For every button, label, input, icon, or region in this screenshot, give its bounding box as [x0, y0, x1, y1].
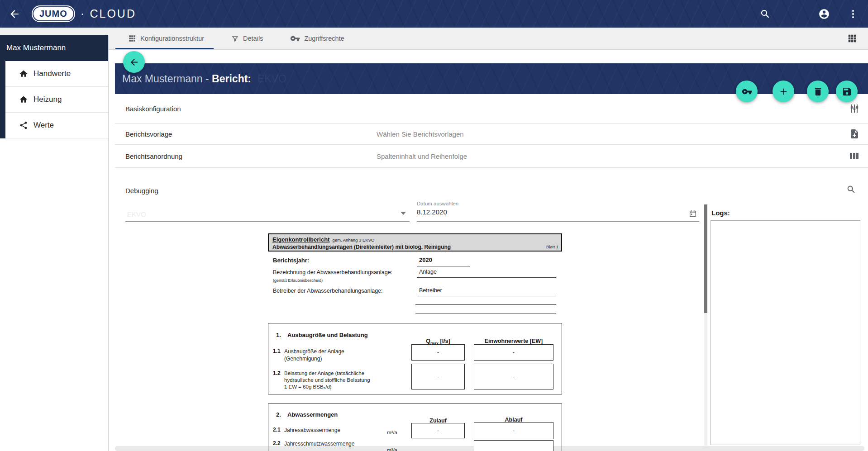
app-root: JUMO · CLOUD Konfigurationsstruktur [0, 0, 868, 451]
value-cell: - [474, 364, 553, 389]
value-cell: - [474, 344, 553, 361]
jumo-cloud-logo[interactable]: JUMO · CLOUD [33, 7, 136, 21]
row-text: Belastung der Anlage (tatsächliche hydra… [284, 370, 370, 390]
field-underline [417, 266, 470, 266]
kebab-menu-icon[interactable] [847, 8, 859, 20]
row-number: 1.2 [273, 370, 281, 376]
field-underline [417, 296, 556, 296]
document-section-1: 1. Ausbaugröße und Belastung Qmax [l/s] … [268, 323, 562, 394]
tab-details[interactable]: Details [231, 28, 263, 49]
date-picker-field[interactable]: Datum auswählen 8.12.2020 [417, 201, 699, 222]
logo-separator: · [81, 7, 85, 21]
field-year-value: 2020 [419, 256, 432, 263]
tabs: Konfigurationsstruktur Details Zugriffsr… [128, 28, 344, 49]
field-underline [417, 277, 556, 278]
row-number: 1.1 [273, 348, 281, 354]
section-number: 1. [276, 332, 281, 338]
field-operator-value: Betreiber [419, 287, 442, 294]
row-basiskonfiguration[interactable]: Basiskonfiguration [115, 94, 868, 123]
document-sheet-number: Blatt 1 [546, 244, 558, 249]
row-text-line: Ausbaugröße der Anlage [284, 348, 344, 355]
note-add-icon[interactable] [849, 128, 860, 139]
debugging-title: Debugging [125, 187, 158, 195]
report-type-select[interactable]: EKVO [125, 204, 410, 222]
section-number: 2. [276, 411, 281, 418]
field-name-value: Anlage [419, 269, 437, 275]
grid-icon[interactable] [847, 33, 857, 43]
view-column-icon[interactable] [849, 151, 860, 161]
row-text: Jahresabwassermenge [284, 427, 340, 434]
chevron-down-icon [401, 212, 406, 215]
arrow-left-icon [129, 57, 139, 67]
filter-icon [231, 35, 239, 43]
key-icon [290, 33, 300, 43]
document-subtitle: Abwasserbehandlungsanlagen (Direkteinlei… [272, 244, 558, 250]
account-icon[interactable] [818, 8, 830, 20]
date-value: 8.12.2020 [417, 208, 699, 216]
row-value: Spalteninhalt und Reihenfolge [377, 152, 467, 160]
tab-label: Details [243, 35, 263, 42]
row-number: 2.1 [273, 427, 281, 433]
row-text-line: (Genehmigung) [284, 355, 344, 362]
row-number: 2.2 [273, 440, 281, 446]
search-icon[interactable] [759, 8, 771, 20]
search-icon[interactable] [846, 185, 856, 195]
sidebar-item-label: Handwerte [33, 69, 71, 78]
row-value: Wählen Sie Berichtsvorlagen [377, 130, 464, 138]
qmax-unit: [l/s] [439, 338, 450, 344]
sidebar-user-header: Max Mustermann [0, 35, 108, 61]
tab-konfigurationsstruktur[interactable]: Konfigurationsstruktur [128, 28, 204, 49]
document-title-suffix: gem. Anhang 3 EKVO [332, 237, 374, 242]
sidebar-item-heizung[interactable]: Heizung [5, 87, 108, 113]
blank-line [415, 304, 556, 305]
row-unit: m³/a [387, 430, 397, 435]
sidebar-item-handwerte[interactable]: Handwerte [5, 61, 108, 87]
row-text-line: hydraulische und stoffliche Belastung [284, 377, 370, 384]
row-text-line: Belastung der Anlage (tatsächliche [284, 370, 370, 377]
qmax-base: Q [426, 338, 430, 344]
field-year-label: Berichtsjahr: [273, 257, 309, 264]
sidebar-item-werte[interactable]: Werte [5, 113, 108, 138]
value-cell [474, 440, 553, 451]
value-cell: - [411, 423, 465, 438]
home-icon [19, 95, 28, 104]
share-icon [19, 121, 28, 130]
back-arrow-icon[interactable] [8, 8, 21, 20]
row-label: Berichtsvorlage [125, 130, 172, 138]
section-title: Abwassermengen [287, 411, 338, 418]
value-cell: - [474, 422, 553, 439]
calendar-icon[interactable] [688, 209, 697, 218]
row-text: Ausbaugröße der Anlage (Genehmigung) [284, 348, 344, 362]
row-label: Berichtsanordnung [125, 152, 182, 160]
row-text: Jahresschmutzwassermenge [284, 440, 354, 447]
section-title: Ausbaugröße und Belastung [287, 332, 368, 338]
field-operator-label: Betreiber der Abwasserbehandlungsanlage: [273, 288, 383, 294]
document-title: Eigenkontrollbericht [272, 236, 329, 243]
row-berichtsvorlage[interactable]: Berichtsvorlage Wählen Sie Berichtsvorla… [115, 123, 868, 145]
sidebar-item-label: Werte [33, 121, 54, 130]
row-berichtsanordnung[interactable]: Berichtsanordnung Spalteninhalt und Reih… [115, 145, 868, 168]
active-tab-underline [115, 48, 214, 49]
row-label: Basiskonfiguration [125, 105, 181, 113]
report-banner-title: Max Mustermann - Bericht:EKVO [122, 73, 286, 85]
vertical-scrollbar-thumb[interactable] [704, 204, 707, 313]
blank-line [415, 313, 556, 313]
tab-label: Zugriffsrechte [304, 35, 344, 42]
back-button[interactable] [123, 51, 145, 73]
configuration-rows: Basiskonfiguration Berichtsvorlage Wähle… [115, 94, 868, 168]
tune-icon[interactable] [849, 103, 860, 114]
banner-title-prefix: Max Mustermann - [122, 73, 212, 85]
sidebar-item-label: Heizung [33, 95, 62, 104]
logs-label: Logs: [711, 209, 730, 217]
value-cell: - [411, 344, 465, 361]
field-name-label: Bezeichnung der Abwasserbehandlungsanlag… [273, 269, 392, 275]
row-text-line: 1 EW = 60g BSB₅/d) [284, 384, 370, 390]
date-label: Datum auswählen [417, 201, 699, 206]
sidebar: Max Mustermann Handwerte Heizung Werte [0, 35, 109, 451]
logs-output-box [711, 220, 860, 445]
vertical-scrollbar[interactable] [704, 204, 707, 446]
column-header-ew: Einwohnerwerte [EW] [474, 338, 553, 344]
tab-zugriffsrechte[interactable]: Zugriffsrechte [290, 28, 344, 49]
tabbar: Konfigurationsstruktur Details Zugriffsr… [0, 28, 868, 50]
document-section-2: 2. Abwassermengen Zulauf Ablauf 2.1 Jahr… [268, 404, 562, 451]
